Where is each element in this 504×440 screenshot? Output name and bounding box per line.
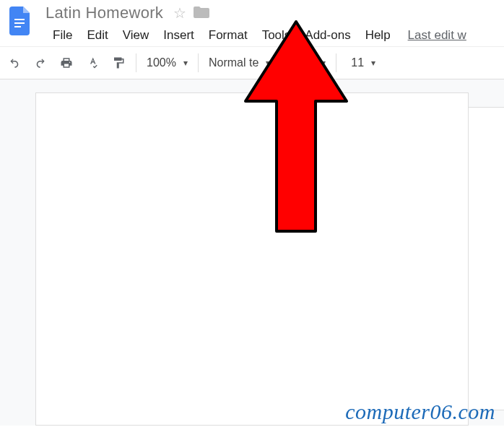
fontsize-dropdown[interactable]: 11▾ [341,50,386,76]
print-button[interactable] [53,50,79,76]
style-dropdown[interactable]: Normal te▾ [203,50,276,76]
menu-help[interactable]: Help [358,25,398,46]
folder-icon[interactable] [194,4,209,22]
separator [136,53,136,72]
document-title[interactable]: Latin Homework [45,4,163,22]
document-page [468,107,504,410]
chevron-down-icon: ▾ [266,58,270,68]
font-dropdown[interactable]: Arial▾ [285,50,331,76]
chevron-down-icon: ▾ [183,58,188,68]
chevron-down-icon: ▾ [321,58,326,68]
zoom-value: 100% [147,56,176,69]
document-page[interactable] [35,92,469,426]
zoom-dropdown[interactable]: 100%▾ [141,50,194,76]
last-edit-link[interactable]: Last edit w [408,28,466,43]
separator [198,53,199,72]
google-docs-logo-icon [6,3,35,39]
undo-button[interactable] [1,50,27,76]
menu-format[interactable]: Format [201,25,255,46]
spellcheck-button[interactable] [79,50,105,76]
separator [280,53,281,72]
fontsize-value: 11 [351,56,364,69]
star-icon[interactable]: ☆ [173,4,186,22]
menu-file[interactable]: File [45,25,79,46]
separator [336,53,336,72]
menu-tools[interactable]: Tools [255,25,298,46]
style-value: Normal te [209,56,258,69]
menu-edit[interactable]: Edit [79,25,115,46]
menu-bar: File Edit View Insert Format Tools Add-o… [45,25,504,46]
menu-addons[interactable]: Add-ons [297,25,357,46]
font-value: Arial [291,56,314,69]
toolbar: 100%▾ Normal te▾ Arial▾ 11▾ [0,46,504,79]
svg-rect-2 [14,26,21,27]
watermark-text: computer06.com [345,400,495,424]
paint-format-button[interactable] [105,50,131,76]
svg-rect-1 [14,22,25,24]
chevron-down-icon: ▾ [371,58,375,68]
svg-rect-0 [14,19,25,20]
document-canvas [0,79,504,426]
menu-insert[interactable]: Insert [156,25,201,46]
menu-view[interactable]: View [116,25,157,46]
redo-button[interactable] [27,50,53,76]
